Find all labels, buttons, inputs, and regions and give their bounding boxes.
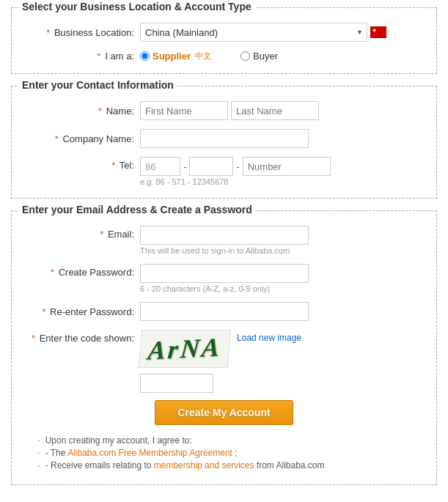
business-location-label: * Business Location: (23, 27, 140, 38)
business-location-row: * Business Location: China (Mainland) (23, 23, 425, 42)
captcha-image: ArNA (139, 330, 232, 368)
membership-text: membership and services (154, 460, 254, 470)
password-field-wrap: 6 - 20 characters (A-Z, a-z, 0-9 only) (140, 264, 425, 293)
reenter-password-row: * Re-enter Password: (23, 302, 425, 321)
supplier-cn-label: 中文 (195, 51, 211, 62)
email-password-section: Enter your Email Address & Create a Pass… (11, 210, 437, 485)
create-btn-row: Create My Account (23, 400, 425, 425)
agreement-section: Upon creating my account, I agree to: - … (23, 435, 425, 470)
load-new-image-link[interactable]: Load new image (237, 333, 301, 343)
i-am-a-row: * I am a: Supplier 中文 Buyer (23, 51, 425, 62)
captcha-input[interactable] (140, 374, 213, 393)
password-row: * Create Password: 6 - 20 characters (A-… (23, 264, 425, 293)
agreement-line3: - Receive emails relating to membership … (37, 460, 425, 470)
account-type-group: Supplier 中文 Buyer (140, 51, 425, 62)
supplier-label: Supplier (153, 51, 191, 62)
last-name-input[interactable] (231, 101, 319, 120)
first-name-input[interactable] (140, 101, 228, 120)
company-row: * Company Name: (23, 129, 425, 148)
business-location-field: China (Mainland) (140, 23, 425, 42)
tel-number-input[interactable] (243, 157, 331, 176)
section1-title: Select your Business Location & Account … (19, 1, 254, 12)
tel-field: - - e.g. 86 - 571 - 12345678 (140, 157, 425, 186)
i-am-a-label: * I am a: (23, 51, 140, 62)
reenter-password-label: * Re-enter Password: (23, 306, 140, 317)
tel-label: * Tel: (23, 157, 140, 171)
create-account-button[interactable]: Create My Account (155, 400, 293, 425)
email-row: * Email: This will be used to sign-in to… (23, 226, 425, 255)
business-location-section: Select your Business Location & Account … (11, 7, 437, 74)
buyer-option[interactable]: Buyer (240, 51, 278, 62)
company-field (140, 129, 425, 148)
reenter-password-field (140, 302, 425, 321)
china-flag-icon (370, 26, 386, 38)
supplier-radio[interactable] (140, 51, 150, 61)
company-label: * Company Name: (23, 133, 140, 144)
reenter-password-input[interactable] (140, 302, 309, 321)
password-label: * Create Password: (23, 264, 140, 278)
agreement-line1: Upon creating my account, I agree to: (37, 435, 425, 446)
tel-country-input[interactable] (140, 157, 180, 176)
name-row: * Name: (23, 101, 425, 120)
captcha-row: * Enter the code shown: ArNA Load new im… (23, 330, 425, 393)
name-field (140, 101, 425, 120)
account-type-field: Supplier 中文 Buyer (140, 51, 425, 62)
membership-agreement-link[interactable]: Alibaba.com Free Membership Agreement (67, 448, 232, 458)
email-input[interactable] (140, 226, 309, 245)
buyer-radio[interactable] (240, 51, 250, 61)
captcha-label: * Enter the code shown: (23, 330, 140, 344)
email-label: * Email: (23, 226, 140, 240)
email-field-wrap: This will be used to sign-in to Alibaba.… (140, 226, 425, 255)
password-input[interactable] (140, 264, 309, 283)
company-input[interactable] (140, 129, 309, 148)
tel-hint: e.g. 86 - 571 - 12345678 (140, 177, 425, 186)
section3-title: Enter your Email Address & Create a Pass… (19, 204, 255, 215)
supplier-option[interactable]: Supplier 中文 (140, 51, 211, 62)
business-location-select[interactable]: China (Mainland) (140, 23, 367, 42)
email-hint: This will be used to sign-in to Alibaba.… (140, 246, 425, 255)
password-hint: 6 - 20 characters (A-Z, a-z, 0-9 only) (140, 284, 425, 293)
captcha-field: ArNA Load new image (140, 330, 425, 393)
buyer-label: Buyer (253, 51, 278, 62)
tel-row: * Tel: - - e.g. 86 - 571 - 12345678 (23, 157, 425, 186)
tel-area-input[interactable] (189, 157, 233, 176)
name-label: * Name: (23, 106, 140, 117)
section2-title: Enter your Contact Information (19, 79, 177, 91)
agreement-line2: - The Alibaba.com Free Membership Agreem… (37, 448, 425, 458)
contact-info-section: Enter your Contact Information * Name: *… (11, 86, 437, 199)
